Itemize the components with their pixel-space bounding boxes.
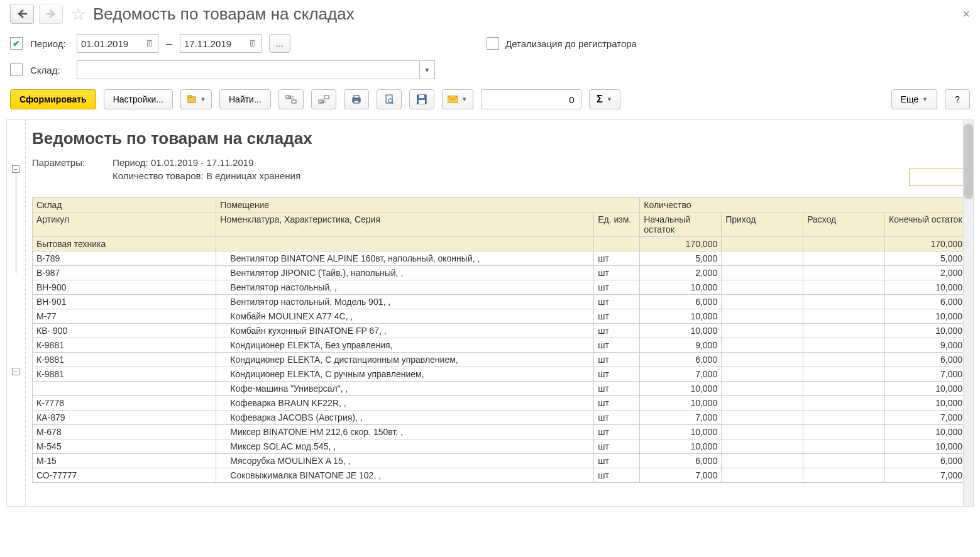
save-button[interactable] [409,89,434,109]
warehouse-select[interactable]: ▼ [77,60,435,79]
favorite-star-icon[interactable]: ☆ [68,4,88,24]
col-article: Артикул [33,212,216,237]
sigma-icon: Σ [597,94,603,105]
table-row[interactable]: К-9881Кондиционер ELEKTA, С дистанционны… [33,353,967,367]
close-icon[interactable]: × [962,7,970,21]
col-end: Конечный остаток [885,212,967,237]
table-row[interactable]: К-9881Кондиционер ELEKTA, Без управления… [33,338,967,353]
report-body: Ведомость по товарам на складах Параметр… [26,120,973,506]
diskette-icon [417,94,427,104]
period-label: Период: [30,38,69,49]
table-row[interactable]: ВН-901Вентилятор настольный, Модель 901,… [33,295,967,309]
svg-line-15 [392,102,394,104]
period-checkbox[interactable] [10,37,23,50]
tree-collapse-node[interactable]: − [12,165,19,173]
date-from-value: 01.01.2019 [81,38,128,49]
table-row[interactable]: КВ- 900Комбайн кухонный BINATONE FP 67, … [33,324,967,338]
dash: – [166,37,172,50]
svg-rect-5 [292,100,296,103]
period-dialog-button[interactable]: … [269,34,290,53]
calendar-icon[interactable]: 🗓 [145,38,154,48]
table-row[interactable]: М-545Миксер SOLAC мод.545, ,шт10,00010,0… [33,439,967,454]
table-row[interactable]: М-15Мясорубка MOULINEX A 15, ,шт6,0006,0… [33,454,967,468]
date-to-value: 17.11.2019 [184,38,231,49]
col-in: Приход [722,212,803,237]
more-button[interactable]: Еще ▼ [891,89,937,109]
detail-checkbox[interactable] [487,37,499,50]
table-row[interactable]: М-77Комбайн MOULINEX A77 4C, ,шт10,00010… [33,309,967,324]
table-row[interactable]: В-987Вентилятор JIPONIC (Тайв.), напольн… [33,266,967,280]
table-row[interactable]: КА-879Кофеварка JACOBS (Австрия), ,шт7,0… [33,411,967,425]
printer-icon [351,94,361,104]
col-out: Расход [803,212,885,237]
report-title: Ведомость по товарам на складах [32,129,967,148]
detail-label: Детализация до регистратора [505,38,637,49]
sigma-button[interactable]: Σ ▼ [589,89,620,109]
svg-rect-18 [419,100,425,104]
col-room: Помещение [216,198,640,212]
svg-text:ABC: ABC [320,100,327,104]
svg-rect-8 [324,96,329,99]
highlighted-cell[interactable] [909,168,967,186]
send-button[interactable]: ▼ [442,89,473,109]
table-row[interactable]: М-678Миксер BINATONE HM 212,6 скор. 150в… [33,425,967,439]
collapse-groups-button[interactable]: ABC [278,89,304,109]
tree-collapse-node[interactable]: − [12,368,19,375]
page-title: Ведомость по товарам на складах [93,4,355,24]
date-to-input[interactable]: 17.11.2019 🗓 [180,34,262,53]
folder-icon [187,94,197,104]
date-from-input[interactable]: 01.01.2019 🗓 [77,34,158,53]
vertical-scrollbar[interactable] [963,120,973,506]
col-qty: Количество [640,198,967,212]
envelope-icon [448,96,458,103]
svg-rect-17 [419,95,424,98]
preview-icon [384,94,394,104]
params-label: Параметры: [32,157,100,168]
chevron-down-icon[interactable]: ▼ [419,61,434,79]
collapse-icon: ABC [285,95,297,104]
group-row[interactable]: Бытовая техника 170,000 170,000 [33,237,967,251]
report-table: Склад Помещение Количество Артикул Номен… [32,197,967,483]
find-button[interactable]: Найти... [219,89,271,109]
expand-icon: ABC [318,95,329,104]
table-row[interactable]: В-789Вентилятор BINATONE ALPINE 160вт, н… [33,251,967,266]
table-row[interactable]: ВН-900Вентилятор настольный, ,шт10,00010… [33,280,967,295]
print-button[interactable] [344,89,369,109]
params-line2: Количество товаров: В единицах хранения [113,170,300,181]
generate-button[interactable]: Сформировать [10,89,96,109]
help-button[interactable]: ? [945,89,970,109]
table-row[interactable]: К-9881Кондиционер ELEKTA, С ручным управ… [33,367,967,382]
table-row[interactable]: Кофе-машина "Универсал", ,шт10,00010,000 [33,382,967,396]
col-nomenclature: Номенклатура, Характеристика, Серия [216,212,594,237]
col-unit: Ед. изм. [594,212,640,237]
preview-button[interactable] [377,89,402,109]
svg-rect-3 [188,96,192,97]
warehouse-label: Склад: [30,65,69,75]
forward-button[interactable] [39,4,63,24]
params-line1: Период: 01.01.2019 - 17.11.2019 [113,157,253,168]
sum-input[interactable] [481,89,581,109]
svg-rect-11 [354,96,359,98]
back-button[interactable] [10,4,34,24]
settings-button[interactable]: Настройки... [104,89,173,109]
svg-text:ABC: ABC [287,96,294,99]
table-row[interactable]: К-7778Кофеварка BRAUN KF22R, ,шт10,00010… [33,396,967,411]
calendar-icon[interactable]: 🗓 [248,38,257,48]
col-warehouse: Склад [33,198,216,212]
variants-button[interactable]: ▼ [180,89,212,109]
svg-rect-12 [354,101,359,103]
col-start: Начальный остаток [640,212,722,237]
table-row[interactable]: СО-77777Соковыжималка BINATONE JE 102, ,… [33,468,967,483]
expand-groups-button[interactable]: ABC [311,89,336,109]
tree-gutter: − − [7,120,26,506]
warehouse-checkbox[interactable] [10,63,23,76]
